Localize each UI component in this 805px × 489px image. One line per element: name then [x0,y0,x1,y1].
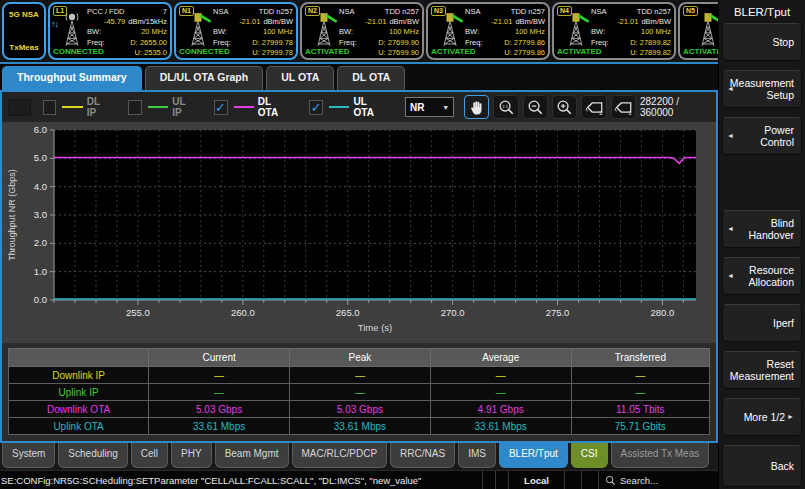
cell-power-unit: dBm/15kHz [128,17,167,27]
tab-dl-ota[interactable]: DL OTA [337,66,405,90]
col-header-transferred: Transferred [571,349,709,367]
resource-allocation-button[interactable]: ◄Resource Allocation [722,257,802,295]
svg-text:265.0: 265.0 [336,307,360,318]
legend-line-swatch [62,106,82,108]
zoom-1to1-icon: 1:1 [498,99,515,116]
check-icon: ✓ [311,101,322,114]
cell-ul-freq: U: 2535.0 [134,48,167,58]
legend-label: UL IP [172,96,195,118]
graph-tabstrip: Throughput Summary DL/UL OTA Graph UL OT… [0,64,718,90]
softkey-label: Power Control [736,124,794,148]
softkey-label: More 1/2 [744,411,785,423]
marker-1-button[interactable]: 1 [611,95,636,119]
tab-system[interactable]: System [2,443,55,468]
table-header-row: Current Peak Average Transferred [9,349,710,367]
pan-tool-button[interactable] [464,95,489,119]
softkey-label: Blind Handover [736,217,794,241]
tab-csi[interactable]: CSI [571,443,608,468]
table-row-downlink-ip: Downlink IP — — — — [9,367,710,384]
zoom-reset-button[interactable]: 1:1 [493,95,518,119]
cell-tech: NSA [591,7,606,17]
marker-1-icon: 1 [613,99,633,116]
softkey-label: Reset Measurement [730,358,794,382]
legend-line-swatch [234,106,254,108]
power-control-button[interactable]: ◄Power Control [722,117,802,155]
next-page-arrow-icon: ► [787,411,794,423]
cell-bw: 20 MHz [141,27,167,37]
throughput-chart[interactable]: 255.0260.0265.0270.0275.0280.00.01.02.03… [4,124,714,340]
svg-text:Time (s): Time (s) [358,322,392,333]
tab-throughput-summary[interactable]: Throughput Summary [2,66,142,90]
tab-dlul-ota-graph[interactable]: DL/UL OTA Graph [145,66,263,90]
cell-power-unit: dBm/BW [641,17,671,27]
cell-box-n2[interactable]: N2 NSATDD n257 -21.01dBm/BW BW:100 MHz F… [300,2,424,60]
cell-box-n5[interactable]: N5 ACTIVATED [678,2,718,60]
svg-text:5.0: 5.0 [34,152,47,163]
svg-text:270.0: 270.0 [441,307,465,318]
legend-label: DL IP [87,96,110,118]
cell-dl-freq: D: 27799.86 [504,38,545,48]
cell-box-n3[interactable]: N3 NSATDD n257 -21.01dBm/BW BW:100 MHz F… [426,2,550,60]
tab-beam-mgmt[interactable]: Beam Mgmt [215,443,289,468]
zoom-in-button[interactable] [552,95,577,119]
svg-text:Throughput NR (Gbps): Throughput NR (Gbps) [7,169,17,261]
tab-rrc-nas[interactable]: RRC/NAS [390,443,455,468]
cell-transferred: — [571,384,709,401]
search-icon [605,475,616,486]
layer-selector-dropdown[interactable]: NR ▼ [405,97,454,117]
cell-duplex: TDD n257 [259,7,293,17]
cell-average: — [430,367,571,384]
tab-scheduling[interactable]: Scheduling [58,443,127,468]
blind-handover-button[interactable]: ◄Blind Handover [722,210,802,248]
marker-2-button[interactable]: 2 [581,95,606,119]
tab-ul-ota[interactable]: UL OTA [266,66,334,90]
system-summary-box[interactable]: 5G NSA TxMeas [2,2,46,60]
tab-bler-tput[interactable]: BLER/Tput [499,443,568,468]
cell-box-l1[interactable]: L1 ↑↓ PCC / FDD7 -45.79dBm/15kHz BW:20 M… [48,2,172,60]
cell-current: — [149,367,290,384]
checkbox-ul-ota[interactable]: ✓ [309,100,323,115]
checkbox-ul-ip[interactable] [128,100,142,115]
check-icon: ✓ [215,101,226,114]
cell-dl-freq: D: 2655.00 [130,38,167,48]
cell-duplex: TDD n257 [385,7,419,17]
svg-text:0.0: 0.0 [34,294,47,305]
cell-current: — [149,384,290,401]
svg-text:1: 1 [629,110,632,116]
col-header-average: Average [430,349,571,367]
submenu-arrow-icon: ◄ [727,270,734,282]
bw-label: BW: [591,27,605,37]
cell-power-unit: dBm/BW [515,17,545,27]
checkbox-dl-ota[interactable]: ✓ [214,100,228,115]
bw-label: BW: [213,27,227,37]
row-label: Downlink IP [9,367,149,384]
submenu-arrow-icon: ◄ [727,223,734,235]
tab-assisted-tx-meas[interactable]: Assisted Tx Meas [611,443,710,468]
svg-text:280.0: 280.0 [651,307,675,318]
iperf-button[interactable]: Iperf [722,304,802,342]
marker-2-icon: 2 [584,99,604,116]
svg-text:6.0: 6.0 [34,124,47,135]
cell-ul-freq: U: 27799.86 [504,48,545,58]
tab-ims[interactable]: IMS [458,443,496,468]
scpi-command-text: SE:CONFig:NR5G:SCHeduling:SETParameter "… [0,475,482,486]
cell-power: -21.01 [491,17,512,27]
more-pages-button[interactable]: More 1/2► [722,398,802,436]
legend-label: UL OTA [353,96,386,118]
measurement-setup-button[interactable]: ◄Measurement Setup [722,70,802,108]
tab-mac-rlc-pdcp[interactable]: MAC/RLC/PDCP [292,443,388,468]
status-bar: SE:CONFig:NR5G:SCHeduling:SETParameter "… [0,470,718,489]
zoom-out-button[interactable] [523,95,548,119]
sidebar-title: BLER/Tput [722,0,802,23]
cell-box-n1[interactable]: N1 NSATDD n257 -21.01dBm/BW BW:100 MHz F… [174,2,298,60]
search-box[interactable]: Search... [598,471,718,489]
checkbox-dl-ip[interactable] [43,100,57,115]
cell-peak: — [289,367,430,384]
back-button[interactable]: Back [722,445,802,487]
stop-button[interactable]: Stop [722,23,802,61]
tab-cell[interactable]: Cell [131,443,168,468]
cell-box-n4[interactable]: N4 NSATDD n257 -21.01dBm/BW BW:100 MHz F… [552,2,676,60]
cell-average: — [430,384,571,401]
tab-phy[interactable]: PHY [171,443,212,468]
reset-measurement-button[interactable]: Reset Measurement [722,351,802,389]
